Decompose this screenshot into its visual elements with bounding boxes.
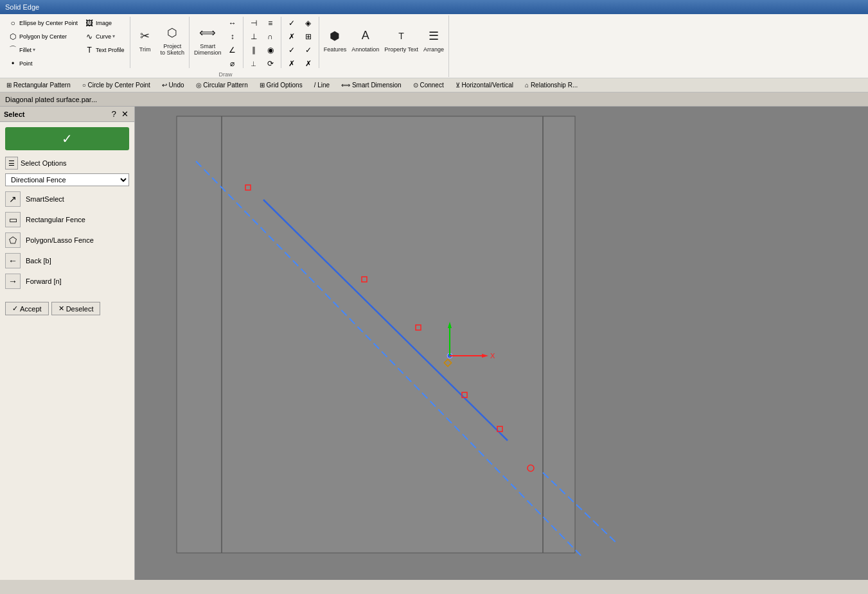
cmd-circular-pattern[interactable]: ◎ Circular Pattern	[192, 80, 252, 90]
deselect-label: Deselect	[66, 305, 94, 313]
annotation-button[interactable]: A Annotation	[350, 17, 381, 62]
divider5	[319, 17, 319, 68]
forward-label: Forward [n]	[26, 277, 62, 285]
deselect-button[interactable]: ✕ Deselect	[51, 302, 101, 315]
menu-forward[interactable]: → Forward [n]	[0, 271, 134, 292]
annotation-icon: A	[355, 26, 376, 46]
dim-btn3[interactable]: ∠	[225, 44, 240, 57]
panel-title-bar: Select ? ✕	[0, 107, 134, 122]
accept-check-icon: ✓	[12, 304, 18, 313]
relate-btn8[interactable]: ⟳	[263, 57, 278, 70]
project-icon: ⬡	[162, 22, 182, 43]
relate-btn3[interactable]: ∥	[246, 44, 261, 57]
confirm-button[interactable]: ✓	[5, 127, 129, 150]
is-btn1[interactable]: ✓	[284, 17, 299, 30]
is-btn5[interactable]: ◈	[301, 17, 316, 30]
cmd-grid-options[interactable]: ⊞ Grid Options	[256, 80, 306, 90]
polygon-by-center-button[interactable]: ⬡ Polygon by Center	[5, 30, 80, 43]
relate-icon1: ⊣	[249, 18, 259, 28]
menu-back[interactable]: ← Back [b]	[0, 250, 134, 271]
is-btn6[interactable]: ⊞	[301, 30, 316, 43]
is-btn2[interactable]: ✗	[284, 30, 299, 43]
features-button[interactable]: ⬢ Features	[322, 17, 349, 62]
arrange-button[interactable]: ☰ Arrange	[421, 17, 446, 62]
image-button[interactable]: 🖼 Image	[82, 17, 127, 30]
relate-col: ⊣ ⊥ ∥ ⟂	[246, 17, 261, 70]
relate-btn1[interactable]: ⊣	[246, 17, 261, 30]
is-btn3[interactable]: ✓	[284, 44, 299, 57]
cmd-rectangular-pattern[interactable]: ⊞ Rectangular Pattern	[3, 80, 75, 90]
menu-polygon-lasso-fence[interactable]: ⬠ Polygon/Lasso Fence	[0, 230, 134, 250]
is-btn7[interactable]: ✓	[301, 44, 316, 57]
cmd-smart-dimension[interactable]: ⟺ Smart Dimension	[337, 80, 405, 90]
menu-rectangular-fence[interactable]: ▭ Rectangular Fence	[0, 209, 134, 230]
dim-btn2[interactable]: ↕	[225, 30, 240, 43]
is-icon4: ✗	[287, 58, 297, 69]
fillet-icon: ⌒	[8, 45, 18, 55]
command-bar: ⊞ Rectangular Pattern ○ Circle by Center…	[0, 78, 868, 92]
image-icon: 🖼	[84, 18, 94, 28]
relate-icon2: ⊥	[249, 31, 259, 42]
cmd-relationship[interactable]: ⌂ Relationship R...	[521, 80, 581, 90]
text-profile-icon: T	[84, 45, 94, 55]
point-button[interactable]: • Point	[5, 57, 80, 70]
fillet-label: Fillet	[19, 47, 31, 53]
menu-smartselect[interactable]: ↗ SmartSelect	[0, 189, 134, 209]
fence-type-dropdown[interactable]: Directional Fence SmartSelect Rectangula…	[5, 173, 129, 186]
relate-icon7: ◉	[265, 45, 276, 55]
relate-btn5[interactable]: ≡	[263, 17, 278, 30]
action-buttons: ✓ Accept ✕ Deselect	[0, 297, 134, 320]
relate-btn6[interactable]: ∩	[263, 30, 278, 43]
relate-btn7[interactable]: ◉	[263, 44, 278, 57]
back-label: Back [b]	[26, 257, 51, 265]
dim-btn1[interactable]: ↔	[225, 17, 240, 30]
is-btn4[interactable]: ✗	[284, 57, 299, 70]
relate-icon8: ⟳	[265, 58, 276, 69]
cmd-horizontal-vertical[interactable]: ⊻ Horizontal/Vertical	[452, 80, 517, 90]
curve-icon: ∿	[84, 31, 94, 42]
project-to-sketch-button[interactable]: ⬡ Projectto Sketch	[159, 17, 187, 62]
curve-button[interactable]: ∿ Curve ▾	[82, 30, 127, 43]
relate-btn4[interactable]: ⟂	[246, 57, 261, 70]
ribbon-toolbar: ○ Ellipse by Center Point ⬡ Polygon by C…	[0, 14, 868, 78]
dim-btn4[interactable]: ⌀	[225, 57, 240, 70]
polygon-icon: ⬡	[8, 31, 18, 42]
is-icon1: ✓	[287, 18, 297, 28]
is-btn8[interactable]: ✗	[301, 57, 316, 70]
is-icon6: ⊞	[303, 31, 314, 42]
text-profile-button[interactable]: T Text Profile	[82, 44, 127, 57]
main-layout: Select ? ✕ ✓ ☰ Select Options Directiona…	[0, 107, 868, 580]
annotation-label: Annotation	[351, 46, 379, 53]
smartselect-icon: ↗	[5, 191, 21, 207]
relate-col2: ≡ ∩ ◉ ⟳	[263, 17, 278, 70]
cmd-circle-by-center[interactable]: ○ Circle by Center Point	[78, 80, 154, 90]
smart-dimension-button[interactable]: ⟺ SmartDimension	[192, 17, 224, 62]
panel-help-button[interactable]: ?	[110, 109, 118, 119]
polygon-label: Polygon by Center	[19, 33, 67, 40]
smartselect-label: SmartSelect	[26, 195, 64, 203]
relate-icon3: ∥	[249, 45, 259, 55]
back-icon: ←	[5, 253, 21, 268]
cmd-line[interactable]: / Line	[310, 80, 333, 90]
fillet-button[interactable]: ⌒ Fillet ▾	[5, 44, 80, 57]
project-label: Projectto Sketch	[161, 43, 185, 56]
relate-btn2[interactable]: ⊥	[246, 30, 261, 43]
property-text-label: Property Text	[384, 46, 418, 53]
divider2	[189, 17, 190, 68]
divider4	[281, 17, 281, 68]
cmd-connect[interactable]: ⊙ Connect	[409, 80, 448, 90]
trim-button[interactable]: ✂ Trim	[133, 17, 157, 62]
dimension-col: ↔ ↕ ∠ ⌀	[225, 17, 240, 70]
cmd-undo[interactable]: ↩ Undo	[158, 80, 188, 90]
confirm-area: ✓	[0, 122, 134, 155]
ellipse-by-center-button[interactable]: ○ Ellipse by Center Point	[5, 17, 80, 30]
property-text-button[interactable]: T Property Text	[382, 17, 420, 62]
polygon-lasso-label: Polygon/Lasso Fence	[26, 236, 94, 244]
select-options-row: ☰ Select Options	[0, 155, 134, 171]
ribbon-group-draw: ○ Ellipse by Center Point ⬡ Polygon by C…	[3, 15, 449, 77]
relate-icon4: ⟂	[249, 58, 259, 69]
point-icon: •	[8, 58, 18, 69]
features-label: Features	[324, 46, 347, 53]
accept-button[interactable]: ✓ Accept	[5, 302, 49, 315]
panel-close-button[interactable]: ✕	[120, 109, 130, 119]
